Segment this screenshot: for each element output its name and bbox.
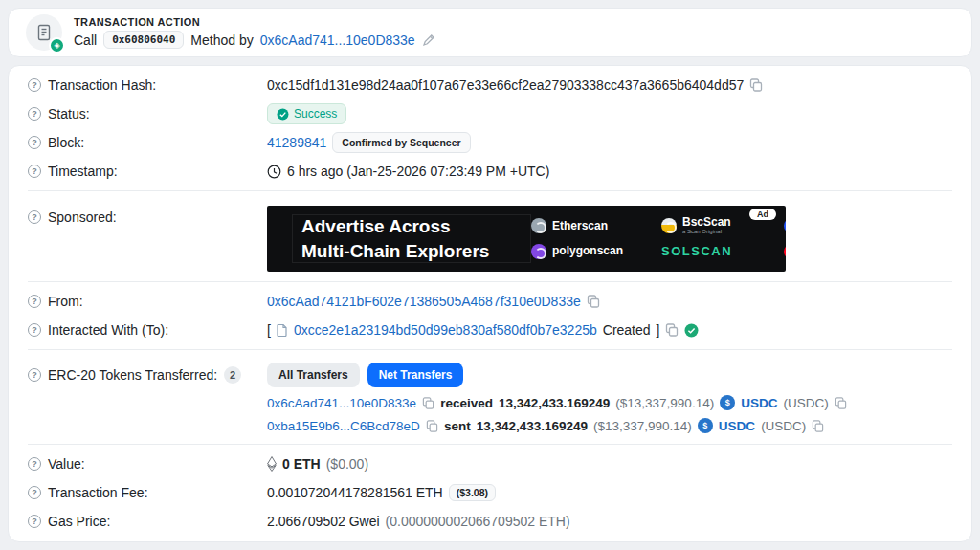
copy-icon: [426, 420, 438, 432]
transaction-type-avatar: ◈: [26, 14, 62, 51]
transaction-fee-label: Transaction Fee:: [48, 485, 148, 500]
transaction-hash-value: 0xc15df1d131e98d24aa0f107a67e33e66cf2ea2…: [267, 77, 744, 93]
method-address-link[interactable]: 0x6cAad741...10e0D833e: [260, 33, 415, 48]
bracket-close: ]: [657, 322, 660, 338]
copy-icon: [812, 420, 824, 432]
polygonscan-logo: polygonscan: [531, 244, 644, 259]
from-label: From:: [48, 294, 83, 309]
etherscan-icon: [531, 218, 546, 233]
interacted-with-label: Interacted With (To):: [48, 322, 168, 338]
block-label: Block:: [48, 135, 84, 150]
sponsored-row: ? Sponsored: Advertise Across Multi-Chai…: [28, 196, 952, 276]
copy-token-button[interactable]: [812, 420, 824, 432]
transfer-tabs: All Transfers Net Transfers: [267, 363, 847, 387]
help-icon[interactable]: ?: [28, 78, 41, 92]
transfer-direction: received: [440, 396, 493, 410]
divider: [28, 444, 952, 445]
divider: [28, 349, 952, 350]
help-icon[interactable]: ?: [28, 165, 41, 178]
copy-address-button[interactable]: [426, 420, 438, 432]
edit-method-button[interactable]: [422, 33, 435, 47]
tab-net-transfers[interactable]: Net Transfers: [368, 363, 464, 387]
help-icon[interactable]: ?: [28, 295, 41, 308]
gas-price-value: 2.066709502 Gwei: [267, 514, 380, 529]
erc20-block: All Transfers Net Transfers 0x6cAad741..…: [267, 355, 847, 439]
pencil-icon: [422, 33, 435, 47]
copy-icon: [749, 78, 763, 92]
copy-address-button[interactable]: [422, 397, 434, 409]
interacted-address-link[interactable]: 0xcce2e1a23194bd50d99eb830af580df0b7e322…: [294, 322, 597, 338]
check-circle-icon: [277, 108, 289, 121]
verified-check-icon: [684, 323, 699, 338]
solscan-logo: SOLSCAN: [661, 244, 767, 258]
transfer-from-address-link[interactable]: 0xba15E9b6...C6Bcd78eD: [267, 419, 420, 433]
gas-price-label: Gas Price:: [48, 514, 110, 529]
transfer-from-address-link[interactable]: 0x6cAad741...10e0D833e: [267, 396, 416, 410]
bscscan-icon: [661, 218, 677, 233]
from-address-link[interactable]: 0x6cAad74121bF602e71386505A4687f310e0D83…: [267, 294, 581, 309]
method-by-label: Method by: [190, 33, 253, 48]
timestamp-label: Timestamp:: [48, 164, 118, 179]
help-icon[interactable]: ?: [28, 323, 41, 337]
transaction-fee-row: ? Transaction Fee: 0.001072044178281561 …: [28, 478, 952, 507]
help-icon[interactable]: ?: [28, 107, 41, 121]
transaction-hash-label: Transaction Hash:: [48, 77, 156, 93]
usdc-token-icon: $: [698, 418, 713, 433]
divider: [28, 281, 952, 282]
status-badge: Success: [267, 103, 346, 124]
transfer-direction: sent: [444, 419, 471, 433]
tab-all-transfers[interactable]: All Transfers: [267, 363, 360, 387]
fee-usd-badge: ($3.08): [449, 484, 496, 501]
copy-icon: [422, 397, 434, 409]
help-icon[interactable]: ?: [28, 486, 41, 499]
help-icon[interactable]: ?: [28, 368, 41, 382]
copy-interacted-button[interactable]: [665, 323, 679, 337]
basescan-icon: [784, 218, 786, 233]
value-amount: 0 ETH: [282, 456, 321, 472]
transfer-row: 0x6cAad741...10e0D833e received 13,342,4…: [267, 395, 847, 410]
timestamp-row: ? Timestamp: 6 hrs ago (Jan-25-2026 07:2…: [28, 157, 952, 186]
divider: [28, 190, 952, 191]
token-name-link[interactable]: USDC: [719, 419, 755, 433]
bscscan-logo: BscScana Scan Original: [661, 216, 767, 235]
op-mainnet-logo: OP Mainneta Scan Original: [784, 242, 786, 261]
copy-icon: [835, 397, 847, 409]
help-icon[interactable]: ?: [28, 515, 41, 528]
transfer-row: 0xba15E9b6...C6Bcd78eD sent 13,342,433.1…: [267, 418, 847, 433]
help-icon[interactable]: ?: [28, 210, 41, 224]
gas-price-eth-equivalent: (0.000000002066709502 ETH): [386, 514, 570, 529]
call-label: Call: [74, 33, 97, 48]
copy-hash-button[interactable]: [749, 78, 763, 92]
method-signature-badge: 0x60806040: [103, 31, 184, 49]
erc20-transfers-row: ? ERC-20 Tokens Transferred: 2 All Trans…: [28, 355, 952, 439]
section-title: TRANSACTION ACTION: [74, 16, 435, 28]
token-symbol: (USDC): [783, 396, 828, 410]
op-mainnet-icon: [784, 244, 786, 259]
block-row: ? Block: 41289841 Confirmed by Sequencer: [28, 128, 952, 157]
help-icon[interactable]: ?: [28, 457, 41, 471]
transfer-usd-value: ($13,337,990.14): [593, 419, 692, 433]
transaction-fee-value: 0.001072044178281561 ETH: [267, 485, 443, 500]
copy-token-button[interactable]: [835, 397, 847, 409]
bracket-open: [: [267, 322, 271, 338]
copy-from-button[interactable]: [587, 295, 600, 308]
action-line: Call 0x60806040 Method by 0x6cAad741...1…: [74, 31, 435, 49]
transaction-page: ◈ TRANSACTION ACTION Call 0x60806040 Met…: [0, 0, 980, 550]
network-badge-icon: ◈: [49, 37, 65, 54]
created-label: Created: [603, 322, 651, 338]
transaction-hash-row: ? Transaction Hash: 0xc15df1d131e98d24aa…: [28, 71, 952, 99]
transfer-amount: 13,342,433.169249: [477, 419, 588, 433]
token-name-link[interactable]: USDC: [741, 396, 777, 410]
ad-banner[interactable]: Advertise Across Multi-Chain Explorers E…: [267, 206, 786, 272]
timestamp-value: 6 hrs ago (Jan-25-2026 07:23:49 PM +UTC): [287, 164, 549, 179]
from-row: ? From: 0x6cAad74121bF602e71386505A4687f…: [28, 287, 952, 316]
copy-icon: [665, 323, 679, 337]
interacted-with-row: ? Interacted With (To): [ 0xcce2e1a23194…: [28, 316, 952, 344]
gas-price-row: ? Gas Price: 2.066709502 Gwei (0.0000000…: [28, 507, 952, 536]
status-label: Status:: [48, 106, 90, 121]
sequencer-badge: Confirmed by Sequencer: [332, 132, 470, 153]
etherscan-logo: Etherscan: [531, 218, 644, 233]
block-number-link[interactable]: 41289841: [267, 135, 326, 150]
polygonscan-icon: [531, 244, 546, 259]
help-icon[interactable]: ?: [28, 136, 41, 149]
